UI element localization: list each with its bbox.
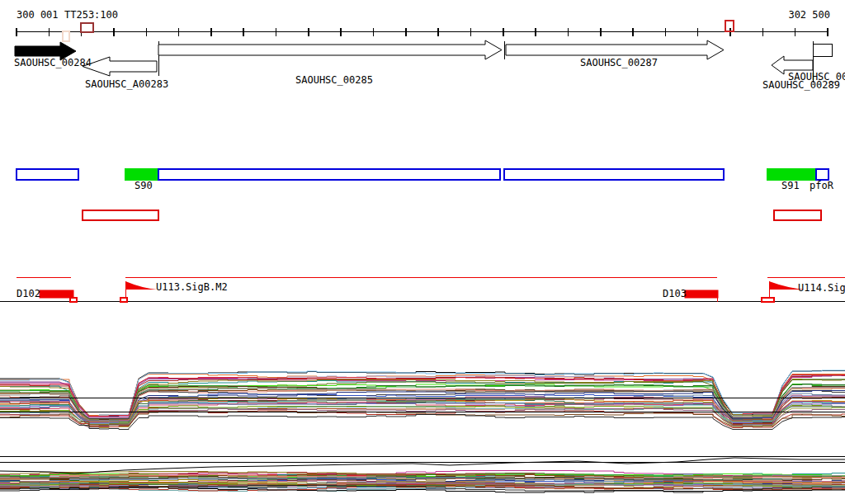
segment-box-3[interactable] [504, 169, 724, 180]
gene-saouhsc-a00283[interactable] [83, 57, 157, 76]
gene-saouhsc-00285[interactable] [158, 40, 502, 59]
gene-saouhsc-00284-label: SAOUHSC_00284 [14, 58, 92, 68]
signal-marker-d103-label: D103 [663, 289, 687, 299]
gene-saouhsc-0029-label: SAOUHSC_0029 [788, 72, 845, 82]
ruler-start-label: 300 001 [17, 10, 59, 20]
expression-profiles-upper [0, 370, 845, 430]
expression-profiles-lower [0, 457, 845, 493]
gene-saouhsc-00287-label: SAOUHSC_00287 [580, 58, 658, 68]
signal-marker-u113-label: U113.SigB.M2 [156, 282, 228, 292]
signal-marker-u113-anchor[interactable] [120, 298, 127, 302]
terminator-box[interactable] [81, 23, 93, 32]
gene-saouhsc-00285-label: SAOUHSC_00285 [295, 75, 373, 85]
genome-browser-canvas: 300 001 TT253:100 302 500 SAOUHSC_00284S… [0, 0, 845, 504]
signal-marker-d102[interactable] [40, 290, 73, 298]
signal-marker-u113-flag[interactable] [125, 281, 157, 290]
signal-marker-u114-label: U114.SigA [798, 283, 845, 293]
segment-box-s90[interactable] [125, 169, 158, 180]
segment-label-pfor: pfoR [810, 181, 833, 191]
terminator-label: TT253:100 [64, 10, 118, 20]
profile-max-line [0, 458, 845, 473]
segment-label-s90: S90 [135, 181, 153, 191]
tracks-graphics [0, 0, 845, 504]
faint-feature-box[interactable] [63, 31, 69, 41]
small-red-box[interactable] [725, 21, 734, 31]
signal-marker-d103[interactable] [685, 290, 718, 298]
segment-box-2[interactable] [158, 169, 500, 180]
signal-marker-u114-anchor[interactable] [762, 298, 774, 302]
gene-saouhsc-0029[interactable] [813, 44, 832, 56]
segment-box-0[interactable] [17, 169, 78, 180]
ruler-end-label: 302 500 [788, 10, 830, 20]
signal-marker-d102-label: D102 [17, 289, 40, 299]
signal-marker-d102-anchor[interactable] [70, 298, 77, 302]
segment-box-pfor[interactable] [816, 169, 828, 180]
red-outline-box-1[interactable] [774, 210, 821, 220]
segment-box-s91[interactable] [767, 169, 817, 180]
gene-saouhsc-a00283-label: SAOUHSC_A00283 [85, 79, 168, 89]
segment-label-s91: S91 [781, 181, 800, 191]
red-outline-box-0[interactable] [83, 210, 158, 220]
